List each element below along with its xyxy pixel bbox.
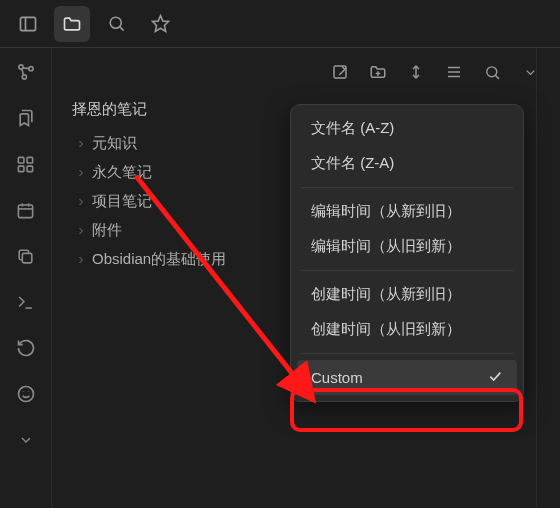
check-icon xyxy=(487,368,503,387)
svg-point-7 xyxy=(22,75,26,79)
sort-option-filename-za[interactable]: 文件名 (Z-A) xyxy=(297,146,517,181)
svg-line-31 xyxy=(495,75,499,79)
right-pane-edge xyxy=(536,48,560,508)
calendar-icon[interactable] xyxy=(10,194,42,226)
menu-item-label: 文件名 (Z-A) xyxy=(311,154,394,173)
sort-option-created-old-new[interactable]: 创建时间（从旧到新） xyxy=(297,312,517,347)
grid-icon[interactable] xyxy=(10,148,42,180)
svg-rect-13 xyxy=(27,166,33,172)
chevron-right-icon xyxy=(74,253,88,267)
menu-item-label: Custom xyxy=(311,369,363,386)
star-icon[interactable] xyxy=(142,6,178,42)
menu-item-label: 编辑时间（从新到旧） xyxy=(311,202,461,221)
sidebar-icon[interactable] xyxy=(10,6,46,42)
new-note-icon[interactable] xyxy=(328,60,352,84)
sort-icon[interactable] xyxy=(404,60,428,84)
smile-icon[interactable] xyxy=(10,378,42,410)
sort-option-created-new-old[interactable]: 创建时间（从新到旧） xyxy=(297,277,517,312)
folder-label: 附件 xyxy=(92,221,122,240)
folder-icon[interactable] xyxy=(54,6,90,42)
top-bar xyxy=(0,0,560,48)
sort-option-filename-az[interactable]: 文件名 (A-Z) xyxy=(297,111,517,146)
svg-line-9 xyxy=(21,69,23,76)
folder-label: 永久笔记 xyxy=(92,163,152,182)
graph-icon[interactable] xyxy=(10,56,42,88)
new-folder-icon[interactable] xyxy=(366,60,390,84)
menu-separator xyxy=(301,353,513,354)
svg-rect-18 xyxy=(22,253,31,263)
copy-icon[interactable] xyxy=(10,240,42,272)
history-icon[interactable] xyxy=(10,332,42,364)
chevron-down-icon[interactable] xyxy=(10,424,42,456)
svg-rect-0 xyxy=(21,17,36,30)
menu-item-label: 创建时间（从旧到新） xyxy=(311,320,461,339)
activity-bar xyxy=(0,48,52,508)
folder-label: 元知识 xyxy=(92,134,137,153)
collapse-icon[interactable] xyxy=(442,60,466,84)
svg-point-20 xyxy=(18,387,33,402)
menu-item-label: 创建时间（从新到旧） xyxy=(311,285,461,304)
svg-rect-10 xyxy=(18,157,24,163)
file-toolbar xyxy=(62,56,550,94)
svg-rect-12 xyxy=(18,166,24,172)
terminal-icon[interactable] xyxy=(10,286,42,318)
menu-item-label: 编辑时间（从旧到新） xyxy=(311,237,461,256)
menu-separator xyxy=(301,187,513,188)
chevron-right-icon xyxy=(74,137,88,151)
bookmark-alt-icon[interactable] xyxy=(10,102,42,134)
folder-label: 项目笔记 xyxy=(92,192,152,211)
folder-label: Obsidian的基础使用 xyxy=(92,250,226,269)
svg-point-6 xyxy=(28,67,32,71)
menu-separator xyxy=(301,270,513,271)
svg-point-2 xyxy=(110,17,121,28)
sort-option-edited-old-new[interactable]: 编辑时间（从旧到新） xyxy=(297,229,517,264)
svg-rect-14 xyxy=(18,204,32,217)
svg-line-3 xyxy=(119,27,123,31)
sort-menu: 文件名 (A-Z) 文件名 (Z-A) 编辑时间（从新到旧） 编辑时间（从旧到新… xyxy=(290,104,524,402)
chevron-right-icon xyxy=(74,195,88,209)
chevron-right-icon xyxy=(74,166,88,180)
chevron-right-icon xyxy=(74,224,88,238)
search-small-icon[interactable] xyxy=(480,60,504,84)
menu-item-label: 文件名 (A-Z) xyxy=(311,119,394,138)
svg-point-5 xyxy=(18,65,22,69)
sort-option-edited-new-old[interactable]: 编辑时间（从新到旧） xyxy=(297,194,517,229)
svg-rect-11 xyxy=(27,157,33,163)
sort-option-custom[interactable]: Custom xyxy=(297,360,517,395)
svg-marker-4 xyxy=(152,16,168,32)
svg-line-8 xyxy=(22,68,29,69)
svg-point-30 xyxy=(486,66,496,76)
search-icon[interactable] xyxy=(98,6,134,42)
